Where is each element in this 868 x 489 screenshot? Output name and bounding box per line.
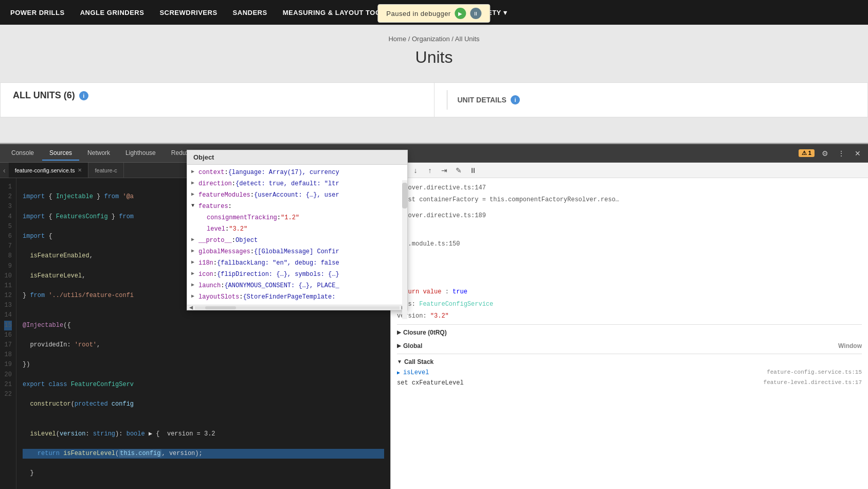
devtools-panel: Console Sources Network Lighthouse Redux… (0, 143, 868, 489)
debug-scope: popover.directive.ts:147 const container… (391, 178, 868, 392)
tab-console[interactable]: Console (4, 146, 41, 161)
warning-badge[interactable]: ⚠ 1 (799, 149, 815, 157)
nav-screwdrivers[interactable]: SCREWDRIVERS (159, 9, 217, 16)
obj-arrow-launch[interactable]: ▶ (191, 281, 196, 289)
scope-row-4: } (397, 222, 862, 234)
devtools-close-button[interactable]: ✕ (852, 147, 864, 160)
devtools-tab-bar: Console Sources Network Lighthouse Redux… (0, 144, 868, 163)
obj-row-featureModules[interactable]: ▶ featureModules : {userAccount: {…}, us… (191, 189, 403, 201)
scope-row-3: popover.directive.ts:189 (397, 210, 862, 222)
obj-arrow-globalMessages[interactable]: ▶ (191, 247, 196, 255)
obj-arrow-placeholder: ▶ (200, 213, 205, 221)
devtools-tabs-right: ⚠ 1 ⚙ ⋮ ✕ (799, 147, 864, 160)
all-units-info-icon[interactable]: i (79, 91, 88, 100)
file-tab-feature-c[interactable]: feature-c (88, 163, 123, 178)
call-stack-section[interactable]: ▼ Call Stack (397, 358, 862, 365)
popup-horizontal-scrollbar[interactable]: ◀ ▶ (187, 305, 407, 310)
breadcrumb-all-units[interactable]: All Units (455, 35, 480, 43)
object-popup: Object ▶ context : {language: Array(17),… (187, 163, 408, 310)
breadcrumb: Home / Organization / All Units (388, 35, 479, 43)
popup-scrollbar-track (195, 306, 400, 309)
obj-arrow-layoutSlots[interactable]: ▶ (191, 292, 196, 300)
obj-arrow-placeholder2: ▶ (200, 224, 205, 232)
popup-scrollbar[interactable] (402, 180, 407, 319)
obj-row-launch[interactable]: ▶ launch : {ANONYMOUS_CONSENT: {…}, PLAC… (191, 280, 403, 291)
debug-step-out-button[interactable]: ⇥ (438, 164, 450, 177)
obj-row-direction[interactable]: ▶ direction : {detect: true, default: "l… (191, 178, 403, 189)
obj-row-features[interactable]: ▼ features : (191, 201, 403, 212)
scope-row-2: const containerFactory = this.componentF… (397, 194, 862, 206)
popup-scrollbar-h-thumb (205, 306, 236, 309)
all-units-label: ALL UNITS (6) i (13, 90, 422, 101)
scope-return-val: return value : true (397, 286, 862, 298)
obj-row-consignmentTracking[interactable]: ▶ consignmentTracking : "1.2" (200, 212, 403, 223)
nav-angle-grinders[interactable]: ANGLE GRINDERS (80, 9, 144, 16)
debug-panel: ⟳ ↓ ↑ ⇥ ✎ ⏸ popover.directive.ts:147 con… (391, 163, 868, 489)
file-tab-name-2: feature-c (95, 167, 117, 173)
obj-arrow-featureModules[interactable]: ▶ (191, 190, 196, 198)
obj-arrow-i18n[interactable]: ▶ (191, 258, 196, 266)
file-tab-back-button[interactable]: ‹ (0, 166, 9, 174)
devtools-body: ‹ feature-config.service.ts ✕ feature-c … (0, 163, 868, 489)
debug-toolbar: ⟳ ↓ ↑ ⇥ ✎ ⏸ (391, 163, 868, 178)
call-stack-isLevel[interactable]: isLevel feature-config.service.ts:15 (397, 368, 862, 378)
scope-version: version: "3.2" (397, 310, 862, 322)
debug-step-into-button[interactable]: ↑ (424, 164, 436, 177)
nav-measuring-tools[interactable]: MEASURING & LAYOUT TOOLS (283, 9, 390, 16)
obj-row-icon[interactable]: ▶ icon : {flipDirection: {…}, symbols: {… (191, 269, 403, 280)
top-navigation: POWER DRILLS ANGLE GRINDERS SCREWDRIVERS… (0, 0, 868, 25)
tab-lighthouse[interactable]: Lighthouse (118, 146, 163, 161)
scope-row-7: cal (397, 270, 862, 282)
debug-step-over-button[interactable]: ↓ (409, 164, 422, 177)
devtools-settings-button[interactable]: ⚙ (819, 147, 831, 160)
page-title: Units (415, 48, 453, 67)
popup-scrollbar-thumb[interactable] (402, 183, 407, 208)
obj-arrow-proto[interactable]: ▶ (191, 236, 196, 243)
unit-details-info-icon[interactable]: i (511, 95, 520, 104)
debugger-banner: Paused in debugger ▶ ⏸ (377, 4, 490, 23)
obj-arrow-features[interactable]: ▼ (191, 202, 196, 209)
website-content: Home / Organization / All Units Units AL… (0, 25, 868, 143)
obj-arrow-direction[interactable]: ▶ (191, 179, 196, 187)
line-numbers: 12345 678910 1112131415 1617181920 2122 (0, 178, 16, 489)
obj-row-i18n[interactable]: ▶ i18n : {fallbackLang: "en", debug: fal… (191, 257, 403, 269)
scope-row-6: ope (397, 254, 862, 266)
call-stack-setCxFeatureLevel[interactable]: set cxFeatureLevel feature-level.directi… (397, 378, 862, 388)
global-section[interactable]: ▶ Global Window (397, 340, 862, 352)
nav-power-drills[interactable]: POWER DRILLS (10, 9, 65, 16)
obj-row-context[interactable]: ▶ context : {language: Array(17), curren… (191, 167, 403, 178)
breadcrumb-organization[interactable]: Organization (412, 35, 450, 43)
obj-row-layoutSlots[interactable]: ▶ layoutSlots : {StoreFinderPageTemplate… (191, 291, 403, 303)
file-tab-name: feature-config.service.ts (15, 167, 75, 173)
breadcrumb-home[interactable]: Home (388, 35, 406, 43)
debugger-pause-button[interactable]: ⏸ (471, 8, 482, 19)
obj-row-proto[interactable]: ▶ __proto__ : Object (191, 235, 403, 246)
nav-sanders[interactable]: SANDERS (233, 9, 267, 16)
devtools-more-button[interactable]: ⋮ (835, 147, 847, 160)
file-tab-close-button[interactable]: ✕ (78, 167, 82, 173)
obj-row-level[interactable]: ▶ level : "3.2" (200, 223, 403, 235)
scope-this: this: FeatureConfigService (397, 299, 862, 310)
object-popup-content[interactable]: ▶ context : {language: Array(17), curren… (187, 165, 407, 305)
debugger-text: Paused in debugger (386, 10, 450, 18)
debug-edit-button[interactable]: ✎ (453, 164, 465, 177)
obj-arrow-context[interactable]: ▶ (191, 168, 196, 176)
closure-section[interactable]: ▶ Closure (0tRQ) (397, 329, 862, 336)
debug-pause-button[interactable]: ⏸ (467, 164, 479, 177)
unit-details-section: UNIT DETAILS i (447, 90, 856, 110)
tab-sources[interactable]: Sources (42, 146, 79, 161)
debugger-play-button[interactable]: ▶ (455, 8, 466, 19)
obj-arrow-icon[interactable]: ▶ (191, 270, 196, 277)
tab-network[interactable]: Network (80, 146, 117, 161)
scope-row-5: app.module.ts:150 (397, 238, 862, 250)
file-tab-feature-config[interactable]: feature-config.service.ts ✕ (9, 163, 89, 178)
obj-row-globalMessages[interactable]: ▶ globalMessages : {[GlobalMessage] Conf… (191, 246, 403, 257)
scope-row-1: popover.directive.ts:147 (397, 182, 862, 194)
